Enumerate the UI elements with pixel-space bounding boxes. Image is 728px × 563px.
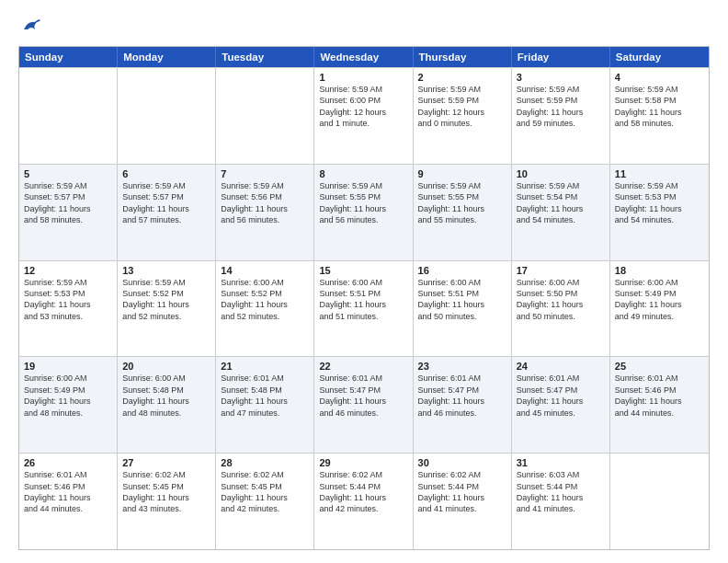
day-number: 18 bbox=[615, 265, 704, 276]
day-number: 20 bbox=[122, 361, 210, 372]
day-number: 5 bbox=[24, 168, 112, 179]
calendar-cell: 18Sunrise: 6:00 AMSunset: 5:49 PMDayligh… bbox=[610, 261, 709, 357]
calendar-cell: 28Sunrise: 6:02 AMSunset: 5:45 PMDayligh… bbox=[216, 454, 314, 549]
calendar-cell bbox=[19, 68, 118, 164]
logo-bird-icon bbox=[20, 17, 40, 37]
cell-info: Sunrise: 5:59 AMSunset: 5:53 PMDaylight:… bbox=[615, 180, 704, 226]
cell-info: Sunrise: 6:02 AMSunset: 5:45 PMDaylight:… bbox=[122, 469, 210, 515]
calendar-row-3: 12Sunrise: 5:59 AMSunset: 5:53 PMDayligh… bbox=[19, 260, 709, 357]
calendar-cell: 26Sunrise: 6:01 AMSunset: 5:46 PMDayligh… bbox=[19, 454, 118, 549]
cell-info: Sunrise: 6:01 AMSunset: 5:46 PMDaylight:… bbox=[615, 373, 704, 419]
calendar-cell: 21Sunrise: 6:01 AMSunset: 5:48 PMDayligh… bbox=[216, 357, 314, 453]
header-day-tuesday: Tuesday bbox=[216, 47, 314, 67]
day-number: 1 bbox=[319, 72, 407, 83]
calendar-body: 1Sunrise: 5:59 AMSunset: 6:00 PMDaylight… bbox=[19, 67, 709, 549]
day-number: 10 bbox=[517, 168, 605, 179]
calendar-cell: 30Sunrise: 6:02 AMSunset: 5:44 PMDayligh… bbox=[414, 454, 512, 549]
day-number: 25 bbox=[615, 361, 704, 372]
day-number: 27 bbox=[122, 457, 210, 468]
cell-info: Sunrise: 6:00 AMSunset: 5:48 PMDaylight:… bbox=[122, 373, 210, 419]
calendar-cell bbox=[610, 454, 709, 549]
calendar-cell: 15Sunrise: 6:00 AMSunset: 5:51 PMDayligh… bbox=[314, 261, 413, 357]
day-number: 16 bbox=[418, 265, 506, 276]
calendar-cell: 12Sunrise: 5:59 AMSunset: 5:53 PMDayligh… bbox=[19, 261, 118, 357]
calendar-cell: 23Sunrise: 6:01 AMSunset: 5:47 PMDayligh… bbox=[414, 357, 512, 453]
day-number: 29 bbox=[319, 457, 407, 468]
calendar-cell: 7Sunrise: 5:59 AMSunset: 5:56 PMDaylight… bbox=[216, 165, 314, 260]
day-number: 26 bbox=[24, 457, 112, 468]
day-number: 4 bbox=[615, 72, 704, 83]
cell-info: Sunrise: 5:59 AMSunset: 5:52 PMDaylight:… bbox=[122, 277, 210, 323]
calendar-cell: 17Sunrise: 6:00 AMSunset: 5:50 PMDayligh… bbox=[512, 261, 610, 357]
calendar-cell: 16Sunrise: 6:00 AMSunset: 5:51 PMDayligh… bbox=[414, 261, 512, 357]
day-number: 31 bbox=[517, 457, 605, 468]
cell-info: Sunrise: 5:59 AMSunset: 5:59 PMDaylight:… bbox=[517, 84, 605, 130]
calendar-cell: 27Sunrise: 6:02 AMSunset: 5:45 PMDayligh… bbox=[118, 454, 216, 549]
header-day-wednesday: Wednesday bbox=[314, 47, 413, 67]
header-day-saturday: Saturday bbox=[610, 47, 709, 67]
day-number: 17 bbox=[517, 265, 605, 276]
calendar-cell: 6Sunrise: 5:59 AMSunset: 5:57 PMDaylight… bbox=[118, 165, 216, 260]
day-number: 24 bbox=[517, 361, 605, 372]
day-number: 9 bbox=[418, 168, 506, 179]
cell-info: Sunrise: 6:00 AMSunset: 5:51 PMDaylight:… bbox=[418, 277, 506, 323]
day-number: 2 bbox=[418, 72, 506, 83]
cell-info: Sunrise: 6:01 AMSunset: 5:47 PMDaylight:… bbox=[517, 373, 605, 419]
cell-info: Sunrise: 5:59 AMSunset: 5:55 PMDaylight:… bbox=[418, 180, 506, 226]
calendar-cell: 9Sunrise: 5:59 AMSunset: 5:55 PMDaylight… bbox=[414, 165, 512, 260]
calendar-cell: 14Sunrise: 6:00 AMSunset: 5:52 PMDayligh… bbox=[216, 261, 314, 357]
cell-info: Sunrise: 5:59 AMSunset: 5:53 PMDaylight:… bbox=[24, 277, 112, 323]
day-number: 21 bbox=[221, 361, 309, 372]
calendar-cell: 2Sunrise: 5:59 AMSunset: 5:59 PMDaylight… bbox=[414, 68, 512, 164]
cell-info: Sunrise: 5:59 AMSunset: 5:57 PMDaylight:… bbox=[122, 180, 210, 226]
cell-info: Sunrise: 6:01 AMSunset: 5:47 PMDaylight:… bbox=[418, 373, 506, 419]
cell-info: Sunrise: 5:59 AMSunset: 5:55 PMDaylight:… bbox=[319, 180, 407, 226]
day-number: 19 bbox=[24, 361, 112, 372]
day-number: 22 bbox=[319, 361, 407, 372]
calendar-cell: 24Sunrise: 6:01 AMSunset: 5:47 PMDayligh… bbox=[512, 357, 610, 453]
day-number: 13 bbox=[122, 265, 210, 276]
cell-info: Sunrise: 6:00 AMSunset: 5:49 PMDaylight:… bbox=[615, 277, 704, 323]
calendar-cell: 19Sunrise: 6:00 AMSunset: 5:49 PMDayligh… bbox=[19, 357, 118, 453]
header bbox=[18, 17, 710, 37]
calendar-row-4: 19Sunrise: 6:00 AMSunset: 5:49 PMDayligh… bbox=[19, 356, 709, 453]
cell-info: Sunrise: 6:01 AMSunset: 5:47 PMDaylight:… bbox=[319, 373, 407, 419]
cell-info: Sunrise: 6:00 AMSunset: 5:52 PMDaylight:… bbox=[221, 277, 309, 323]
cell-info: Sunrise: 5:59 AMSunset: 5:54 PMDaylight:… bbox=[517, 180, 605, 226]
cell-info: Sunrise: 5:59 AMSunset: 5:56 PMDaylight:… bbox=[221, 180, 309, 226]
header-day-sunday: Sunday bbox=[19, 47, 118, 67]
cell-info: Sunrise: 6:01 AMSunset: 5:48 PMDaylight:… bbox=[221, 373, 309, 419]
day-number: 7 bbox=[221, 168, 309, 179]
calendar-cell: 25Sunrise: 6:01 AMSunset: 5:46 PMDayligh… bbox=[610, 357, 709, 453]
day-number: 23 bbox=[418, 361, 506, 372]
cell-info: Sunrise: 6:00 AMSunset: 5:49 PMDaylight:… bbox=[24, 373, 112, 419]
cell-info: Sunrise: 6:03 AMSunset: 5:44 PMDaylight:… bbox=[517, 469, 605, 515]
calendar-cell: 11Sunrise: 5:59 AMSunset: 5:53 PMDayligh… bbox=[610, 165, 709, 260]
calendar-cell bbox=[216, 68, 314, 164]
calendar-cell: 13Sunrise: 5:59 AMSunset: 5:52 PMDayligh… bbox=[118, 261, 216, 357]
cell-info: Sunrise: 5:59 AMSunset: 5:59 PMDaylight:… bbox=[418, 84, 506, 130]
calendar-cell: 31Sunrise: 6:03 AMSunset: 5:44 PMDayligh… bbox=[512, 454, 610, 549]
header-day-monday: Monday bbox=[118, 47, 216, 67]
calendar-cell: 29Sunrise: 6:02 AMSunset: 5:44 PMDayligh… bbox=[314, 454, 413, 549]
cell-info: Sunrise: 6:02 AMSunset: 5:44 PMDaylight:… bbox=[319, 469, 407, 515]
day-number: 15 bbox=[319, 265, 407, 276]
cell-info: Sunrise: 6:00 AMSunset: 5:51 PMDaylight:… bbox=[319, 277, 407, 323]
calendar-cell: 5Sunrise: 5:59 AMSunset: 5:57 PMDaylight… bbox=[19, 165, 118, 260]
calendar-cell: 3Sunrise: 5:59 AMSunset: 5:59 PMDaylight… bbox=[512, 68, 610, 164]
calendar-cell: 10Sunrise: 5:59 AMSunset: 5:54 PMDayligh… bbox=[512, 165, 610, 260]
cell-info: Sunrise: 6:00 AMSunset: 5:50 PMDaylight:… bbox=[517, 277, 605, 323]
cell-info: Sunrise: 6:02 AMSunset: 5:45 PMDaylight:… bbox=[221, 469, 309, 515]
calendar-cell: 4Sunrise: 5:59 AMSunset: 5:58 PMDaylight… bbox=[610, 68, 709, 164]
cell-info: Sunrise: 6:02 AMSunset: 5:44 PMDaylight:… bbox=[418, 469, 506, 515]
day-number: 28 bbox=[221, 457, 309, 468]
cell-info: Sunrise: 5:59 AMSunset: 5:57 PMDaylight:… bbox=[24, 180, 112, 226]
header-day-friday: Friday bbox=[512, 47, 610, 67]
day-number: 11 bbox=[615, 168, 704, 179]
calendar-header: SundayMondayTuesdayWednesdayThursdayFrid… bbox=[19, 47, 709, 67]
day-number: 6 bbox=[122, 168, 210, 179]
header-day-thursday: Thursday bbox=[414, 47, 512, 67]
cell-info: Sunrise: 6:01 AMSunset: 5:46 PMDaylight:… bbox=[24, 469, 112, 515]
logo bbox=[18, 17, 40, 37]
day-number: 14 bbox=[221, 265, 309, 276]
